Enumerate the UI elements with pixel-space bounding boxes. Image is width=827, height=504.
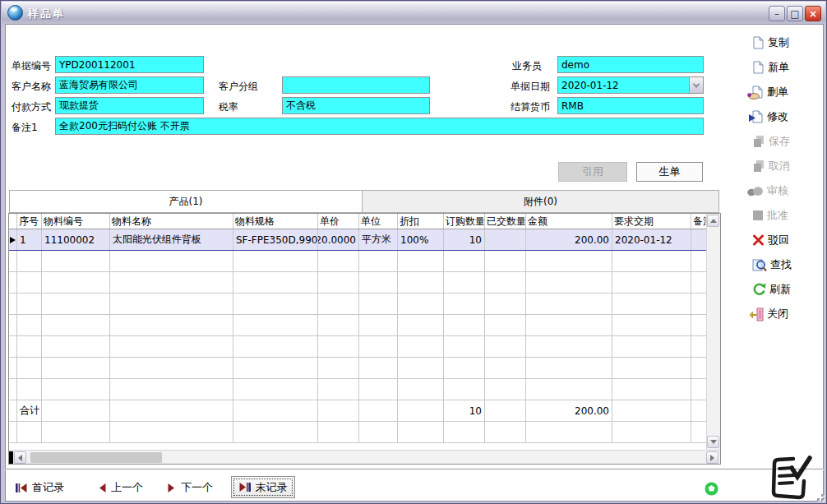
status-badge-icon[interactable] bbox=[705, 482, 718, 496]
grid-cell[interactable] bbox=[691, 294, 706, 314]
grid-cell[interactable] bbox=[42, 422, 110, 442]
scroll-down-button[interactable] bbox=[707, 436, 719, 448]
toolbar-delete[interactable]: 删单 bbox=[747, 81, 818, 103]
grid-cell[interactable] bbox=[233, 379, 318, 400]
scroll-left-button[interactable] bbox=[14, 451, 26, 464]
grid-cell[interactable] bbox=[318, 294, 359, 314]
toolbar-refresh[interactable]: 刷新 bbox=[752, 279, 823, 300]
header-cell[interactable]: 物料编号 bbox=[42, 214, 110, 229]
tab-attachments[interactable]: 附件(0) bbox=[363, 190, 719, 213]
horizontal-scrollbar[interactable] bbox=[9, 450, 720, 464]
grid-cell[interactable] bbox=[17, 272, 42, 293]
grid-cell[interactable]: 平方米 bbox=[359, 229, 398, 250]
grid-cell[interactable] bbox=[691, 315, 706, 335]
nav-first-record[interactable]: 首记录 bbox=[16, 479, 64, 497]
table-empty-row[interactable] bbox=[9, 315, 706, 336]
grid-cell[interactable] bbox=[359, 251, 398, 271]
grid-cell[interactable] bbox=[9, 358, 17, 378]
grid-cell[interactable] bbox=[42, 315, 110, 335]
grid-cell[interactable] bbox=[444, 251, 485, 271]
grid-cell[interactable]: 2020-01-12 bbox=[612, 229, 691, 250]
grid-cell[interactable] bbox=[9, 336, 17, 357]
grid-cell[interactable] bbox=[9, 379, 17, 400]
grid-cell[interactable] bbox=[318, 336, 359, 357]
grid-cell[interactable] bbox=[233, 422, 318, 442]
grid-cell[interactable] bbox=[444, 379, 485, 400]
grid-cell[interactable] bbox=[398, 379, 444, 400]
grid-cell[interactable]: 太阳能光伏组件背板 bbox=[110, 229, 233, 250]
currency-field[interactable]: RMB bbox=[557, 97, 704, 114]
grid-cell[interactable] bbox=[9, 294, 17, 314]
resize-grip[interactable] bbox=[814, 491, 824, 501]
grid-cell[interactable] bbox=[485, 229, 526, 250]
grid-cell[interactable] bbox=[359, 294, 398, 314]
grid-cell[interactable] bbox=[318, 272, 359, 293]
grid-cell[interactable] bbox=[42, 336, 110, 357]
grid-cell[interactable] bbox=[526, 251, 612, 271]
grid-cell[interactable] bbox=[9, 251, 17, 271]
grid-cell[interactable] bbox=[444, 294, 485, 314]
grid-cell[interactable] bbox=[359, 272, 398, 293]
header-cell[interactable]: 金额 bbox=[526, 214, 612, 229]
grid-cell[interactable] bbox=[9, 315, 17, 335]
header-cell[interactable]: 序号 bbox=[17, 214, 42, 229]
grid-cell[interactable] bbox=[398, 294, 444, 314]
grid-cell[interactable] bbox=[444, 336, 485, 357]
grid-cell[interactable] bbox=[612, 379, 691, 400]
grid-cell[interactable] bbox=[42, 358, 110, 378]
grid-cell[interactable] bbox=[359, 422, 398, 442]
grid-cell[interactable] bbox=[398, 336, 444, 357]
header-cell[interactable]: 已交数量 bbox=[485, 214, 526, 229]
note1-field[interactable]: 全款200元扫码付公账 不开票 bbox=[55, 118, 704, 135]
grid-cell[interactable]: 200.00 bbox=[526, 229, 612, 250]
grid-cell[interactable] bbox=[691, 358, 706, 378]
grid-cell[interactable]: 100% bbox=[398, 229, 444, 250]
grid-cell[interactable] bbox=[17, 336, 42, 357]
grid-cell[interactable] bbox=[359, 315, 398, 335]
row-selector-cell[interactable] bbox=[9, 229, 17, 250]
minimize-button[interactable]: – bbox=[769, 6, 785, 21]
title-bar[interactable]: 样品单 – □ × bbox=[2, 2, 825, 24]
grid-cell[interactable] bbox=[526, 422, 612, 442]
nav-previous[interactable]: 上一个 bbox=[98, 479, 143, 497]
grid-cell[interactable] bbox=[110, 294, 233, 314]
grid-cell[interactable] bbox=[444, 272, 485, 293]
vertical-scrollbar[interactable] bbox=[706, 214, 720, 450]
generate-order-button[interactable]: 生单 bbox=[636, 162, 703, 182]
toolbar-close-form[interactable]: 关闭 bbox=[749, 303, 820, 325]
grid-cell[interactable] bbox=[42, 251, 110, 271]
grid-cell[interactable] bbox=[233, 358, 318, 378]
grid-cell[interactable] bbox=[42, 379, 110, 400]
grid-cell[interactable] bbox=[612, 358, 691, 378]
toolbar-copy[interactable]: 复制 bbox=[752, 32, 823, 53]
grid-cell[interactable] bbox=[612, 315, 691, 335]
grid-cell[interactable] bbox=[612, 272, 691, 293]
tax-field[interactable]: 不含税 bbox=[282, 97, 430, 114]
grid-cell[interactable] bbox=[691, 272, 706, 293]
grid-cell[interactable] bbox=[42, 294, 110, 314]
grid-cell[interactable] bbox=[485, 272, 526, 293]
grid-cell[interactable] bbox=[485, 379, 526, 400]
grid-cell[interactable] bbox=[444, 358, 485, 378]
grid-cell[interactable] bbox=[359, 336, 398, 357]
grid-cell[interactable] bbox=[526, 315, 612, 335]
table-empty-row[interactable] bbox=[9, 336, 706, 358]
grid-cell[interactable] bbox=[110, 336, 233, 357]
payment-field[interactable]: 现款提货 bbox=[55, 97, 204, 114]
scrollbar-thumb[interactable] bbox=[30, 452, 162, 463]
grid-cell[interactable] bbox=[444, 422, 485, 442]
toolbar-search[interactable]: 查找 bbox=[752, 254, 823, 275]
grid-cell[interactable] bbox=[485, 251, 526, 271]
grid-cell[interactable] bbox=[17, 358, 42, 378]
grid-cell[interactable] bbox=[691, 379, 706, 400]
toolbar-reject[interactable]: 驳回 bbox=[752, 229, 823, 251]
grid-cell[interactable]: 11100002 bbox=[42, 229, 110, 250]
group-field[interactable] bbox=[282, 76, 430, 94]
table-empty-row[interactable] bbox=[9, 272, 706, 294]
date-field[interactable]: 2020-01-12 bbox=[557, 76, 704, 94]
grid-cell[interactable] bbox=[233, 251, 318, 271]
grid-cell[interactable] bbox=[398, 251, 444, 271]
table-row[interactable]: 1 11100002 太阳能光伏组件背板 SF-FPE350D,990 20.0… bbox=[9, 229, 706, 251]
grid-cell[interactable] bbox=[233, 294, 318, 314]
tab-products[interactable]: 产品(1) bbox=[9, 190, 363, 213]
